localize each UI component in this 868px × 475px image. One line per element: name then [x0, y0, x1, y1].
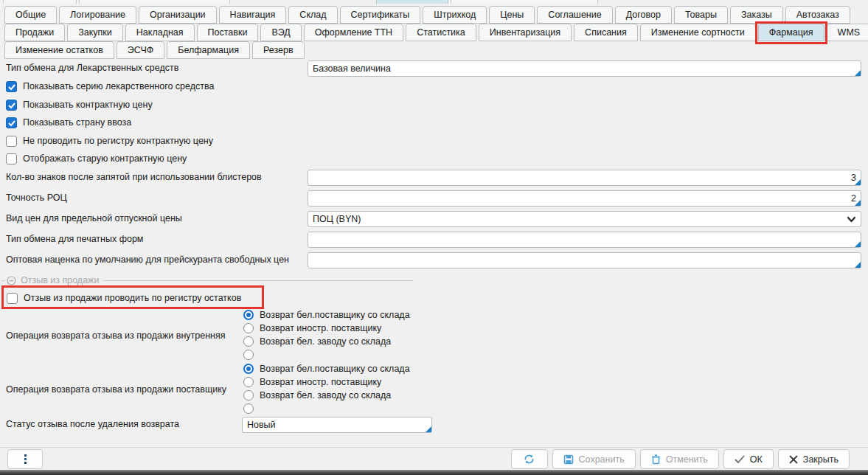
tab-tovary[interactable]: Товары	[674, 6, 728, 24]
print-exchange-label: Тип обмена для печатных форм	[6, 234, 143, 244]
collapse-minus-icon[interactable]	[7, 276, 16, 285]
checkbox-show-contract-price[interactable]: Показывать контрактную цену	[6, 99, 153, 111]
tab-spisaniya[interactable]: Списания	[574, 24, 638, 41]
wholesale-markup-input[interactable]	[308, 252, 861, 268]
price-kind-value: ПОЦ (BYN)	[313, 214, 361, 224]
tab-belfarmaciya[interactable]: Белфармация	[167, 41, 250, 59]
refresh-button[interactable]	[511, 449, 548, 469]
radio-option[interactable]: Возврат иностр. поставщику	[243, 323, 410, 333]
tab-avtozakaz[interactable]: Автозаказ	[785, 6, 850, 24]
tab-prodazhi[interactable]: Продажи	[4, 24, 65, 41]
tab-ved[interactable]: ВЭД	[260, 24, 301, 41]
price-kind-label: Вид цен для предельной отпускной цены	[6, 213, 182, 223]
tab-wms[interactable]: WMS	[827, 24, 868, 41]
refresh-icon	[524, 454, 535, 465]
tab-eschf[interactable]: ЭСЧФ	[117, 41, 164, 59]
checkbox-label: Показывать контрактную цену	[23, 100, 153, 110]
radio-option[interactable]: Возврат бел.поставщику со склада	[243, 310, 410, 320]
tab-statistika[interactable]: Статистика	[406, 24, 476, 41]
tab-organizacii[interactable]: Организации	[139, 6, 217, 24]
group-rule-line	[103, 280, 413, 281]
partial-tab[interactable]	[3, 0, 77, 4]
wholesale-markup-label: Оптовая наценка по умолчанию для прейску…	[6, 254, 289, 265]
cancel-button-label: Отменить	[666, 454, 708, 465]
partial-tab-selected[interactable]	[376, 0, 448, 4]
checkbox-no-contract-register[interactable]: Не проводить по регистру контрактную цен…	[6, 135, 213, 147]
tab-dogovor[interactable]: Договор	[615, 6, 672, 24]
tab-row-1: Общие Логирование Организации Навигация …	[4, 6, 850, 24]
tab-rezerv[interactable]: Резерв	[252, 41, 305, 59]
blister-decimals-label: Кол-во знаков после запятой при использо…	[6, 172, 262, 182]
kebab-menu-icon	[24, 454, 27, 464]
checkbox-unchecked-icon	[6, 153, 17, 164]
tab-farmaciya-label: Фармация	[769, 27, 813, 38]
bottom-toolbar: Сохранить Отменить ОК Закрыть	[0, 448, 868, 470]
radio-unselected-icon	[243, 403, 254, 414]
radio-option[interactable]	[243, 403, 410, 414]
checkbox-show-old-contract-price[interactable]: Отображать старую контрактную цену	[6, 153, 187, 164]
tab-obshchie[interactable]: Общие	[4, 6, 57, 24]
tab-zakazy[interactable]: Заказы	[730, 6, 783, 24]
partial-tab[interactable]	[451, 0, 598, 4]
tab-soglashenie[interactable]: Соглашение	[537, 6, 612, 24]
tab-farmaciya[interactable]: Фармация	[758, 24, 824, 41]
checkbox-show-import-country[interactable]: Показывать страну ввоза	[6, 117, 131, 128]
tab-ceny[interactable]: Цены	[489, 6, 535, 24]
price-kind-dropdown[interactable]: ПОЦ (BYN)	[308, 211, 861, 227]
checkbox-label: Отображать старую контрактную цену	[23, 153, 187, 164]
roc-precision-input[interactable]	[308, 190, 861, 207]
menu-button[interactable]	[7, 449, 43, 469]
radio-option[interactable]: Возврат бел.поставщику со склада	[243, 364, 410, 374]
partial-tab-strip	[0, 0, 868, 4]
checkbox-checked-icon	[6, 100, 17, 111]
cancel-button[interactable]: Отменить	[640, 449, 719, 469]
tab-sklad[interactable]: Склад	[288, 6, 337, 24]
checkbox-recall-by-register[interactable]: Отзыв из продажи проводить по регистру о…	[7, 292, 241, 304]
tab-nakladnaya[interactable]: Накладная	[125, 24, 195, 41]
radio-group-supplier: Возврат бел.поставщику со склада Возврат…	[243, 364, 410, 414]
tab-shtrihkod[interactable]: Штрихкод	[423, 6, 487, 24]
tab-logirovanie[interactable]: Логирование	[59, 6, 136, 24]
partial-tab[interactable]	[79, 0, 230, 4]
exchange-type-label: Тип обмена для Лекарственных средств	[6, 63, 178, 73]
radio-internal-label: Операция возврата отзыва из продажи внут…	[6, 330, 226, 341]
ok-button-label: ОК	[750, 454, 763, 465]
radio-selected-icon	[243, 364, 254, 374]
close-button[interactable]: Закрыть	[778, 449, 850, 469]
radio-option[interactable]: Возврат иностр. поставщику	[243, 377, 410, 387]
tab-postavki[interactable]: Поставки	[197, 24, 259, 41]
exchange-type-input[interactable]	[308, 60, 861, 77]
blister-decimals-input[interactable]	[308, 170, 861, 186]
roc-precision-label: Точность РОЦ	[6, 193, 67, 203]
field-corner-marker	[855, 262, 861, 268]
tab-izmenenie-sortnosti[interactable]: Изменение сортности	[640, 24, 756, 41]
tab-sertifikaty[interactable]: Сертификаты	[340, 6, 421, 24]
status-input[interactable]	[242, 417, 432, 433]
checkbox-label: Не проводить по регистру контрактную цен…	[23, 136, 213, 146]
chevron-down-icon	[847, 216, 856, 223]
field-corner-marker	[426, 426, 431, 432]
check-icon	[735, 455, 745, 464]
status-label: Статус отзыва после удаления возврата	[6, 419, 179, 429]
tab-oformlenie-ttn[interactable]: Оформление ТТН	[304, 24, 403, 41]
checkbox-label: Показывать серию лекарственного средства	[23, 81, 214, 91]
radio-unselected-icon	[243, 350, 254, 360]
radio-unselected-icon	[243, 323, 254, 333]
radio-option[interactable]	[243, 350, 410, 360]
ok-button[interactable]: ОК	[723, 449, 774, 469]
radio-option-label: Возврат бел.поставщику со склада	[260, 364, 410, 374]
tab-izmenenie-ostatkov[interactable]: Изменение остатков	[4, 41, 114, 59]
tab-inventarizaciya[interactable]: Инвентаризация	[479, 24, 572, 41]
radio-option-label: Возврат бел.поставщику со склада	[260, 310, 410, 320]
save-button-label: Сохранить	[579, 454, 625, 465]
print-exchange-input[interactable]	[308, 232, 861, 248]
radio-option-label: Возврат иностр. поставщику	[260, 323, 381, 333]
tab-row-3: Изменение остатков ЭСЧФ Белфармация Резе…	[4, 41, 305, 59]
radio-option[interactable]: Возврат бел. заводу со склада	[243, 390, 410, 401]
tab-zakupki[interactable]: Закупки	[67, 24, 123, 41]
tab-navigaciya[interactable]: Навигация	[219, 6, 287, 24]
checkbox-show-series[interactable]: Показывать серию лекарственного средства	[6, 80, 214, 92]
save-button[interactable]: Сохранить	[552, 449, 636, 469]
radio-option-label: Возврат бел. заводу со склада	[260, 390, 391, 401]
radio-option[interactable]: Возврат бел. заводу со склада	[243, 336, 410, 347]
